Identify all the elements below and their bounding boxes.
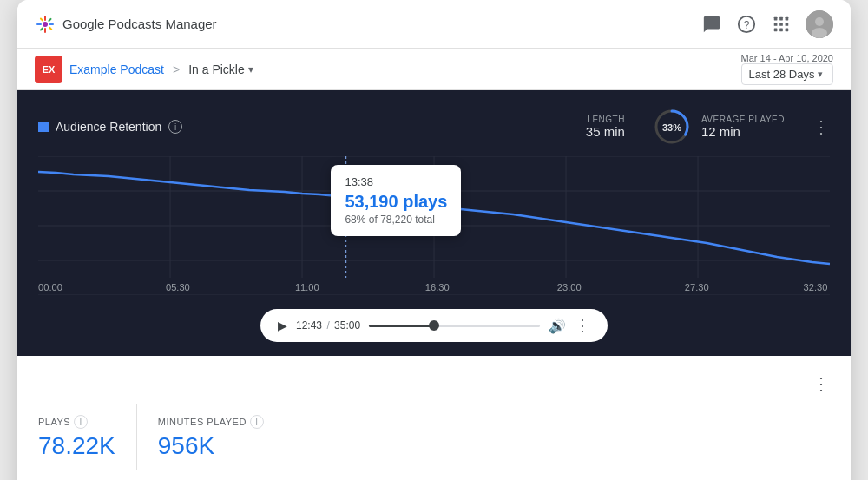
stats-header: ⋮ [38, 373, 830, 394]
length-value: 35 min [586, 124, 625, 139]
svg-point-22 [812, 28, 827, 38]
avg-played-text: AVERAGE PLAYED 12 min [701, 115, 785, 139]
plays-info-icon[interactable]: i [74, 415, 88, 429]
svg-text:11:00: 11:00 [295, 282, 319, 293]
google-podcasts-logo: Google Podcasts Manager [35, 14, 217, 35]
svg-rect-7 [48, 17, 52, 22]
volume-icon[interactable]: 🔊 [549, 318, 566, 334]
stats-more-icon[interactable]: ⋮ [812, 373, 830, 394]
svg-rect-1 [44, 28, 46, 33]
audio-player: ▶ 12:43 / 35:00 🔊 ⋮ [38, 309, 830, 342]
svg-rect-16 [786, 23, 789, 26]
minutes-played-stat-card: MINUTES PLAYED i 956K [158, 404, 285, 470]
top-nav-left: Google Podcasts Manager [35, 14, 217, 35]
app-title: Google Podcasts Manager [62, 16, 217, 31]
date-range-select[interactable]: Last 28 Days ▾ [741, 63, 833, 85]
player-progress-bar[interactable] [369, 325, 540, 327]
date-range-value: Last 28 Days [749, 68, 815, 81]
play-button[interactable]: ▶ [278, 319, 287, 332]
svg-rect-2 [36, 23, 42, 25]
player-current-time: 12:43 / 35:00 [296, 319, 360, 332]
svg-rect-12 [779, 16, 783, 20]
svg-text:00:00: 00:00 [38, 282, 62, 293]
breadcrumb-left: EX Example Podcast > In a Pickle ▾ [35, 56, 253, 83]
svg-text:33%: 33% [662, 122, 681, 133]
svg-rect-14 [774, 23, 778, 26]
podcast-name[interactable]: Example Podcast [69, 62, 164, 76]
apps-grid-icon[interactable] [771, 14, 792, 35]
stats-section: ⋮ PLAYS i 78.22K MINUTES PLAYED i 956K 9… [17, 356, 851, 480]
svg-rect-18 [779, 28, 783, 31]
svg-text:05:30: 05:30 [166, 282, 190, 293]
browser-frame: Google Podcasts Manager ? [17, 0, 851, 480]
tooltip-desc: 68% of 78,220 total [345, 214, 447, 226]
chart-title-group: Audience Retention i [38, 120, 182, 134]
svg-rect-5 [49, 26, 53, 30]
svg-point-21 [815, 17, 824, 26]
minutes-played-label: MINUTES PLAYED i [158, 415, 264, 429]
svg-rect-11 [774, 16, 778, 20]
svg-text:?: ? [744, 18, 750, 30]
player-bar: ▶ 12:43 / 35:00 🔊 ⋮ [260, 309, 608, 342]
episode-name-text: In a Pickle [188, 62, 245, 76]
help-icon[interactable]: ? [736, 14, 757, 35]
chat-icon[interactable] [701, 14, 722, 35]
plays-stat-card: PLAYS i 78.22K [38, 404, 137, 470]
date-range-arrow: ▾ [818, 69, 823, 80]
top-nav-right: ? [701, 10, 833, 38]
svg-text:16:30: 16:30 [425, 282, 450, 293]
episode-dropdown-icon: ▾ [248, 63, 253, 76]
tooltip-time: 13:38 [345, 175, 447, 188]
chart-legend-square [38, 122, 49, 132]
plays-value: 78.22K [38, 432, 115, 460]
chart-area: Audience Retention i LENGTH 35 min 33% [17, 90, 851, 356]
player-more-icon[interactable]: ⋮ [575, 316, 590, 335]
stats-cards: PLAYS i 78.22K MINUTES PLAYED i 956K [38, 404, 830, 470]
svg-rect-6 [40, 26, 44, 30]
avg-played-value: 12 min [701, 124, 740, 139]
chart-tooltip: 13:38 53,190 plays 68% of 78,220 total [331, 165, 461, 236]
svg-text:23:00: 23:00 [557, 282, 582, 293]
top-nav: Google Podcasts Manager ? [17, 0, 851, 49]
svg-rect-17 [774, 28, 778, 31]
chart-title: Audience Retention [56, 120, 161, 134]
length-label: LENGTH [587, 115, 625, 124]
svg-rect-3 [49, 23, 54, 25]
svg-text:32:30: 32:30 [804, 282, 828, 293]
plays-label: PLAYS i [38, 415, 115, 429]
chart-more-icon[interactable]: ⋮ [812, 116, 830, 137]
breadcrumb-separator: > [173, 62, 180, 76]
svg-rect-19 [786, 28, 789, 31]
avg-played-circle: 33% [653, 108, 691, 146]
player-progress-fill [369, 325, 431, 327]
svg-rect-0 [44, 16, 46, 21]
episode-name-dropdown[interactable]: In a Pickle ▾ [188, 62, 253, 76]
tooltip-plays: 53,190 plays [345, 192, 447, 212]
player-progress-dot [429, 320, 439, 331]
chart-stats: LENGTH 35 min 33% AVERAGE PLAYED 12 min [586, 108, 830, 146]
avg-played-stat: 33% AVERAGE PLAYED 12 min [653, 108, 785, 146]
breadcrumb-right: Mar 14 - Apr 10, 2020 Last 28 Days ▾ [741, 53, 833, 85]
podcasts-logo-icon [35, 14, 56, 35]
svg-rect-4 [40, 17, 44, 22]
chart-svg-container: 00:00 05:30 11:00 16:30 23:00 27:30 32:3… [38, 156, 830, 295]
chart-info-icon[interactable]: i [168, 120, 182, 134]
chart-header: Audience Retention i LENGTH 35 min 33% [38, 108, 830, 146]
user-avatar[interactable] [806, 10, 833, 38]
svg-rect-13 [786, 16, 789, 20]
svg-point-8 [43, 22, 48, 27]
date-range-label: Mar 14 - Apr 10, 2020 [741, 53, 833, 63]
length-stat: LENGTH 35 min [586, 115, 625, 139]
svg-text:27:30: 27:30 [685, 282, 709, 293]
podcast-badge: EX [35, 56, 62, 83]
avg-played-label: AVERAGE PLAYED [701, 115, 785, 124]
breadcrumb-bar: EX Example Podcast > In a Pickle ▾ Mar 1… [17, 49, 851, 90]
svg-rect-15 [779, 23, 783, 26]
minutes-played-value: 956K [158, 432, 264, 460]
date-range-container: Mar 14 - Apr 10, 2020 Last 28 Days ▾ [741, 53, 833, 85]
minutes-info-icon[interactable]: i [250, 415, 264, 429]
